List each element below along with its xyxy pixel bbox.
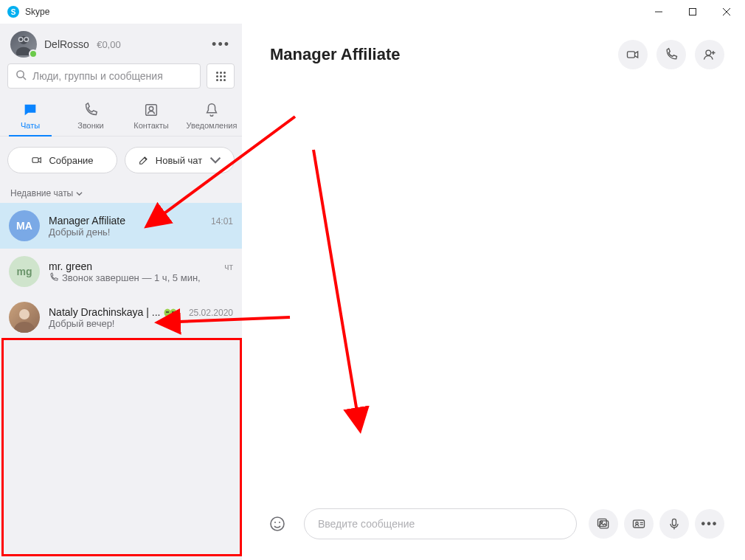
- gallery-icon: [596, 516, 611, 531]
- ellipsis-icon: •••: [701, 517, 718, 530]
- chat-avatar: MA: [9, 210, 40, 241]
- recent-chats-label: Недавние чаты: [10, 188, 73, 198]
- chat-item-preview: Звонок завершен — 1 ч, 5 мин,: [49, 272, 233, 283]
- svg-point-13: [166, 311, 167, 313]
- chat-icon: [22, 102, 38, 118]
- search-input[interactable]: [32, 70, 193, 82]
- tab-notifications-label: Уведомления: [187, 121, 238, 130]
- svg-point-18: [706, 50, 711, 55]
- chat-item-preview: Добрый вечер!: [49, 318, 233, 329]
- chat-item-name: Nataly Drachinskaya | ...: [49, 306, 178, 318]
- smile-icon: [268, 515, 286, 533]
- svg-point-21: [279, 522, 280, 523]
- message-input[interactable]: [318, 518, 563, 530]
- profile-name[interactable]: DelRosso: [44, 38, 89, 50]
- add-participant-button[interactable]: [695, 40, 724, 69]
- contact-card-button[interactable]: [624, 509, 654, 539]
- emoji-icon: [163, 308, 178, 317]
- svg-point-15: [172, 311, 173, 313]
- video-icon: [626, 47, 640, 62]
- bell-icon: [204, 102, 220, 118]
- more-actions-button[interactable]: •••: [695, 509, 724, 539]
- svg-rect-0: [690, 9, 696, 15]
- profile-balance[interactable]: €0,00: [97, 39, 121, 50]
- profile-avatar[interactable]: [10, 31, 37, 58]
- tab-chats-label: Чаты: [21, 121, 40, 130]
- audio-call-button[interactable]: [656, 40, 686, 69]
- dialpad-button[interactable]: [207, 63, 235, 89]
- svg-point-19: [271, 517, 284, 530]
- window-title: Skype: [25, 7, 49, 17]
- phone-icon: [83, 102, 99, 118]
- chat-list-item[interactable]: Nataly Drachinskaya | ... 25.02.2020 Доб…: [0, 294, 242, 340]
- tab-notifications[interactable]: Уведомления: [181, 97, 242, 136]
- svg-rect-25: [634, 520, 645, 528]
- microphone-icon: [667, 516, 682, 531]
- new-chat-button-label: Новый чат: [156, 155, 202, 166]
- svg-point-16: [173, 311, 175, 313]
- svg-point-12: [170, 308, 177, 317]
- svg-point-20: [274, 522, 276, 523]
- video-icon: [31, 154, 43, 166]
- chat-item-name: mr. green: [49, 260, 92, 272]
- svg-point-14: [167, 311, 169, 313]
- conversation-title[interactable]: Manager Affiliate: [270, 45, 400, 64]
- voice-message-button[interactable]: [659, 509, 689, 539]
- message-input-container[interactable]: [304, 508, 577, 539]
- card-icon: [631, 516, 646, 531]
- chat-item-time: 14:01: [211, 216, 233, 227]
- svg-point-7: [149, 106, 153, 111]
- more-menu-button[interactable]: •••: [210, 34, 232, 55]
- search-icon: [15, 69, 27, 83]
- svg-rect-8: [32, 158, 38, 163]
- chevron-down-icon: [76, 190, 83, 197]
- chat-list-item[interactable]: MA Manager Affiliate 14:01 Добрый день!: [0, 203, 242, 249]
- svg-rect-17: [628, 52, 635, 58]
- tab-chats[interactable]: Чаты: [0, 97, 60, 136]
- message-area: [242, 84, 745, 495]
- chevron-down-icon: [209, 154, 221, 166]
- search-input-container[interactable]: [7, 63, 201, 89]
- video-call-button[interactable]: [618, 40, 648, 69]
- phone-icon: [664, 47, 679, 62]
- svg-point-5: [17, 70, 24, 77]
- annotation-box: [1, 338, 242, 556]
- edit-icon: [138, 154, 150, 166]
- chat-name-text: Nataly Drachinskaya | ...: [49, 306, 160, 318]
- conversation-pane: Manager Affiliate: [242, 24, 745, 560]
- meeting-button[interactable]: Собрание: [7, 147, 117, 173]
- new-chat-button[interactable]: Новый чат: [125, 147, 235, 173]
- svg-rect-27: [673, 519, 676, 525]
- chat-avatar: mg: [9, 256, 40, 287]
- chat-list-item[interactable]: mg mr. green чт Звонок завершен — 1 ч, 5…: [0, 249, 242, 294]
- chat-preview-text: Звонок завершен — 1 ч, 5 мин,: [62, 272, 201, 283]
- chat-item-preview: Добрый день!: [49, 227, 233, 238]
- svg-point-9: [19, 309, 30, 319]
- meeting-button-label: Собрание: [49, 155, 93, 166]
- skype-logo-icon: S: [7, 6, 19, 18]
- tab-contacts[interactable]: Контакты: [121, 97, 181, 136]
- window-close-button[interactable]: [710, 0, 744, 24]
- svg-point-10: [14, 322, 35, 333]
- add-user-icon: [702, 47, 717, 62]
- window-minimize-button[interactable]: [642, 0, 676, 24]
- svg-point-11: [164, 308, 171, 317]
- contacts-icon: [143, 102, 159, 118]
- presence-indicator: [29, 49, 38, 58]
- chat-item-time: чт: [224, 262, 233, 272]
- recent-chats-header[interactable]: Недавние чаты: [0, 184, 242, 203]
- dialpad-icon: [216, 72, 226, 81]
- tab-contacts-label: Контакты: [134, 121, 169, 130]
- window-titlebar: S Skype: [0, 0, 745, 24]
- phone-icon: [49, 272, 59, 283]
- chat-item-time: 25.02.2020: [189, 308, 233, 318]
- window-maximize-button[interactable]: [676, 0, 710, 24]
- media-gallery-button[interactable]: [589, 509, 618, 539]
- chat-avatar: [9, 302, 40, 333]
- emoji-button[interactable]: [263, 509, 292, 539]
- tab-calls-label: Звонки: [77, 121, 104, 130]
- tab-calls[interactable]: Звонки: [60, 97, 121, 136]
- chat-item-name: Manager Affiliate: [49, 215, 125, 227]
